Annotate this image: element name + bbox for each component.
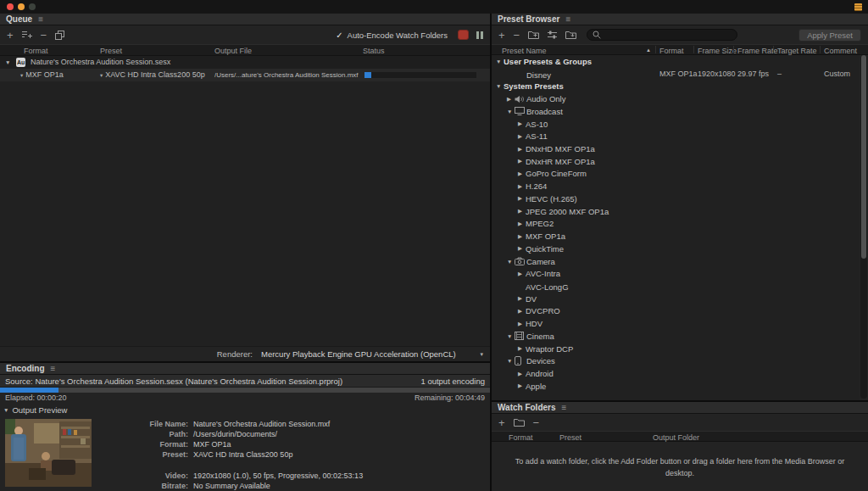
import-preset-icon[interactable]	[565, 31, 576, 39]
disclosure-collapsed-icon[interactable]: ▶	[518, 308, 526, 315]
disclosure-collapsed-icon[interactable]: ▶	[518, 295, 526, 302]
scrollbar-track[interactable]	[860, 55, 867, 399]
scrollbar-thumb[interactable]	[861, 55, 866, 259]
disclosure-collapsed-icon[interactable]: ▶	[518, 183, 526, 190]
preset-search-field[interactable]	[587, 29, 737, 41]
format-dropdown[interactable]: ▾MXF OP1a	[20, 69, 64, 81]
preset-category-row[interactable]: ▼Camera	[492, 255, 860, 268]
disclosure-expanded-icon[interactable]: ▼	[496, 59, 504, 64]
disclosure-collapsed-icon[interactable]: ▶	[518, 233, 526, 240]
preset-category-row[interactable]: ▶HDV	[492, 317, 860, 330]
add-output-icon[interactable]	[22, 31, 32, 39]
create-group-icon[interactable]	[528, 31, 539, 39]
add-folder-icon[interactable]: +	[498, 417, 505, 428]
preset-category-row[interactable]: AVC-LongG	[492, 280, 860, 293]
preset-category-row[interactable]: ▶AS-11	[492, 130, 860, 142]
preset-group-row[interactable]: ▼System Presets	[492, 80, 860, 92]
stop-queue-button[interactable]	[458, 30, 469, 40]
preset-category-row[interactable]: ▶AS-10	[492, 118, 860, 131]
preset-category-row[interactable]: ▶Wraptor DCP	[492, 343, 860, 355]
column-header-target-rate[interactable]: Target Rate	[777, 47, 817, 55]
watch-folders-panel-header[interactable]: Watch Folders ≡	[492, 402, 868, 414]
preset-category-row[interactable]: ▶DVCPRO	[492, 304, 860, 317]
disclosure-collapsed-icon[interactable]: ▶	[518, 133, 526, 140]
disclosure-expanded-icon[interactable]: ▼	[507, 333, 515, 339]
add-source-icon[interactable]: +	[7, 30, 14, 41]
search-input[interactable]	[604, 31, 732, 39]
remove-icon[interactable]: −	[41, 30, 47, 41]
preset-category-row[interactable]: ▶DNxHD MXF OP1a	[492, 142, 860, 155]
preset-category-row[interactable]: ▶GoPro CineForm	[492, 167, 860, 180]
disclosure-collapsed-icon[interactable]: ▶	[518, 321, 526, 327]
preset-category-row[interactable]: ▼Devices	[492, 354, 860, 367]
output-file-link[interactable]: /Users/...ature's Orchestra Audition Ses…	[214, 69, 362, 81]
preset-category-row[interactable]: ▶Android	[492, 367, 860, 380]
preset-group-row[interactable]: ▼User Presets & Groups	[492, 55, 860, 68]
preset-category-row[interactable]: ▶AVC-Intra	[492, 267, 860, 280]
disclosure-collapsed-icon[interactable]: ▶	[518, 382, 526, 389]
preset-category-row[interactable]: ▼Broadcast	[492, 105, 860, 118]
disclosure-expanded-icon[interactable]: ▼	[496, 83, 504, 89]
encoding-panel-header[interactable]: Encoding ≡	[0, 363, 490, 375]
preset-category-row[interactable]: ▶DNxHR MXF OP1a	[492, 155, 860, 168]
disclosure-collapsed-icon[interactable]: ▶	[518, 120, 526, 127]
disclosure-expanded-icon[interactable]: ▼	[507, 109, 515, 114]
panel-menu-icon[interactable]: ≡	[565, 15, 570, 24]
preset-settings-icon[interactable]	[548, 31, 557, 39]
renderer-dropdown[interactable]: Mercury Playback Engine GPU Acceleration…	[261, 349, 483, 359]
preset-dropdown[interactable]: ▾XAVC HD Intra Class200 50p	[100, 69, 205, 81]
preset-category-row[interactable]: ▶MPEG2	[492, 217, 860, 230]
disclosure-collapsed-icon[interactable]: ▶	[518, 208, 526, 215]
disclosure-collapsed-icon[interactable]: ▶	[518, 158, 526, 165]
output-preview-toggle[interactable]: ▼ Output Preview	[0, 403, 490, 416]
zoom-window-button[interactable]	[29, 3, 36, 10]
disclosure-expanded-icon[interactable]: ▼	[507, 358, 515, 364]
preset-category-row[interactable]: ▶JPEG 2000 MXF OP1a	[492, 205, 860, 218]
disclosure-collapsed-icon[interactable]: ▶	[518, 195, 526, 202]
detail-value: No Summary Available	[193, 481, 270, 491]
apply-preset-button[interactable]: Apply Preset	[798, 29, 861, 42]
panel-menu-icon[interactable]: ≡	[51, 365, 56, 373]
create-preset-icon[interactable]: +	[498, 30, 505, 41]
preset-category-row[interactable]: ▶HEVC (H.265)	[492, 192, 860, 205]
disclosure-expanded-icon[interactable]: ▼	[507, 259, 515, 265]
disclosure-collapsed-icon[interactable]: ▶	[518, 170, 526, 177]
queue-output-row[interactable]: ▾MXF OP1a ▾XAVC HD Intra Class200 50p /U…	[0, 69, 490, 81]
preset-category-row[interactable]: ▶Audio Only	[492, 92, 860, 105]
status-progress-fill	[364, 72, 371, 78]
watch-folders-empty-message: To add a watch folder, click the Add Fol…	[492, 442, 868, 491]
column-header-format[interactable]: Format	[659, 47, 684, 55]
column-header-preset-name[interactable]: Preset Name	[502, 47, 547, 55]
disclosure-collapsed-icon[interactable]: ▶	[507, 96, 515, 103]
preset-item-row[interactable]: DisneyMXF OP1a1920x108029.97 fps–Custom	[492, 68, 860, 81]
column-header-frame-rate[interactable]: Frame Rate	[737, 47, 778, 55]
close-window-button[interactable]	[7, 3, 14, 10]
disclosure-collapsed-icon[interactable]: ▶	[518, 146, 526, 153]
duplicate-icon[interactable]	[55, 31, 64, 40]
panel-menu-icon[interactable]: ≡	[562, 404, 567, 412]
remove-folder-icon[interactable]: −	[533, 417, 540, 428]
preset-browser-panel-header[interactable]: Preset Browser ≡	[492, 14, 868, 25]
disclosure-collapsed-icon[interactable]: ▶	[518, 345, 526, 352]
panel-menu-icon[interactable]: ≡	[38, 15, 43, 24]
disclosure-expanded-icon[interactable]: ▼	[5, 56, 10, 69]
column-header-frame-size[interactable]: Frame Size	[698, 47, 737, 55]
preset-category-row[interactable]: ▶DV	[492, 293, 860, 305]
minimize-window-button[interactable]	[18, 3, 25, 10]
preset-category-row[interactable]: ▼Cinema	[492, 330, 860, 343]
preset-category-row[interactable]: ▶H.264	[492, 180, 860, 192]
auto-encode-checkbox[interactable]: ✓ Auto-Encode Watch Folders	[336, 31, 448, 40]
pause-queue-button[interactable]	[476, 30, 483, 40]
queue-source-row[interactable]: ▼ Au Nature's Orchestra Audition Session…	[0, 56, 490, 69]
folder-icon[interactable]	[514, 418, 525, 427]
preset-category-row[interactable]: ▶QuickTime	[492, 243, 860, 255]
disclosure-collapsed-icon[interactable]: ▶	[518, 271, 526, 277]
disclosure-collapsed-icon[interactable]: ▶	[518, 245, 526, 252]
queue-panel-header[interactable]: Queue ≡	[0, 14, 490, 25]
preset-category-row[interactable]: ▶Apple	[492, 380, 860, 393]
delete-preset-icon[interactable]: −	[514, 30, 520, 41]
preset-category-row[interactable]: ▶MXF OP1a	[492, 230, 860, 243]
disclosure-collapsed-icon[interactable]: ▶	[518, 371, 526, 377]
disclosure-collapsed-icon[interactable]: ▶	[518, 220, 526, 227]
column-header-comment[interactable]: Comment	[824, 47, 857, 55]
